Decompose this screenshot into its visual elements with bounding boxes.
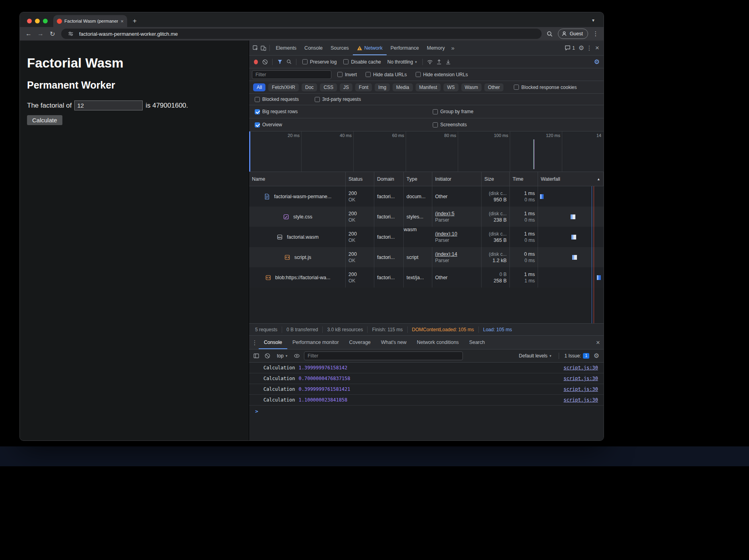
network-filter-input[interactable]	[252, 70, 331, 79]
site-settings-icon[interactable]	[66, 29, 75, 39]
calculate-button[interactable]: Calculate	[27, 115, 62, 125]
network-request-row[interactable]: script.js 200OK factori... script (index…	[249, 247, 604, 267]
initiator-link[interactable]: (index):5	[435, 211, 478, 216]
column-initiator[interactable]: Initiator	[432, 172, 482, 186]
column-type[interactable]: Type	[404, 172, 432, 186]
url-text[interactable]: factorial-wasm-permanent-worker.glitch.m…	[79, 31, 178, 37]
execution-context-select[interactable]: top ▾	[275, 353, 290, 359]
drawer-tab-console[interactable]: Console	[259, 336, 287, 349]
big-request-rows-checkbox[interactable]: Big request rows	[252, 109, 430, 114]
drawer-menu-icon[interactable]: ⋮	[251, 338, 259, 346]
overview-left-handle[interactable]	[249, 131, 250, 172]
column-waterfall[interactable]: Waterfall▲	[538, 172, 604, 186]
search-icon[interactable]	[285, 58, 293, 66]
hide-extension-urls-checkbox[interactable]: Hide extension URLs	[413, 72, 471, 77]
overview-checkbox[interactable]: Overview	[252, 122, 430, 127]
chip-other[interactable]: Other	[484, 83, 503, 91]
disable-cache-checkbox[interactable]: Disable cache	[341, 59, 383, 65]
initiator-link[interactable]: (index):14	[435, 251, 478, 257]
tab-performance[interactable]: Performance	[387, 41, 423, 55]
chip-fetch-xhr[interactable]: Fetch/XHR	[268, 83, 299, 91]
preserve-log-checkbox[interactable]: Preserve log	[300, 59, 339, 65]
blocked-response-cookies-checkbox[interactable]: Blocked response cookies	[511, 85, 579, 90]
clear-console-icon[interactable]	[263, 352, 271, 360]
column-size[interactable]: Size	[482, 172, 510, 186]
group-by-frame-checkbox[interactable]: Group by frame	[430, 109, 601, 114]
network-request-row[interactable]: WA factorial.wasm 200OK factori... wasm …	[249, 227, 604, 247]
column-status[interactable]: Status	[346, 172, 374, 186]
console-prompt[interactable]: >	[249, 406, 604, 417]
devtools-settings-icon[interactable]: ⚙	[577, 44, 585, 52]
tab-close-icon[interactable]: ×	[120, 19, 124, 24]
zoom-search-icon[interactable]	[545, 29, 555, 39]
invert-checkbox[interactable]: Invert	[335, 72, 360, 77]
tab-memory[interactable]: Memory	[423, 41, 449, 55]
chip-ws[interactable]: WS	[443, 83, 458, 91]
network-request-row[interactable]: blob:https://factorial-wa... 200OK facto…	[249, 267, 604, 288]
eye-icon[interactable]	[293, 352, 301, 360]
blocked-requests-checkbox[interactable]: Blocked requests	[252, 97, 302, 102]
message-source-link[interactable]: script.js:30	[563, 365, 598, 371]
column-name[interactable]: Name	[249, 172, 346, 186]
export-har-icon[interactable]	[444, 58, 452, 66]
message-source-link[interactable]: script.js:30	[563, 386, 598, 392]
column-time[interactable]: Time	[510, 172, 538, 186]
window-minimize-button[interactable]	[35, 19, 40, 23]
chip-img[interactable]: Img	[375, 83, 390, 91]
devtools-menu-icon[interactable]: ⋮	[585, 44, 593, 52]
screenshots-checkbox[interactable]: Screenshots	[430, 122, 601, 127]
third-party-requests-checkbox[interactable]: 3rd-party requests	[312, 97, 364, 102]
drawer-tab-coverage[interactable]: Coverage	[344, 336, 376, 349]
tab-network[interactable]: Network	[353, 41, 387, 55]
tab-elements[interactable]: Elements	[272, 41, 300, 55]
chip-js[interactable]: JS	[340, 83, 352, 91]
inspect-element-icon[interactable]	[252, 44, 259, 52]
throttling-select[interactable]: No throttling ▾	[385, 59, 419, 65]
forward-button[interactable]: →	[35, 29, 46, 39]
drawer-tab-performance-monitor[interactable]: Performance monitor	[287, 336, 344, 349]
back-button[interactable]: ←	[23, 29, 34, 39]
clear-network-log-button[interactable]	[261, 58, 269, 66]
import-har-icon[interactable]	[435, 58, 443, 66]
column-domain[interactable]: Domain	[374, 172, 404, 186]
browser-menu-button[interactable]: ⋮	[591, 30, 600, 37]
window-zoom-button[interactable]	[43, 19, 48, 23]
window-close-button[interactable]	[27, 19, 32, 23]
hide-data-urls-checkbox[interactable]: Hide data URLs	[363, 72, 410, 77]
tab-sources[interactable]: Sources	[327, 41, 353, 55]
chip-css[interactable]: CSS	[320, 83, 337, 91]
issues-counter[interactable]: 1 Issue: 1	[564, 353, 589, 359]
more-tabs-icon[interactable]: »	[449, 45, 457, 51]
console-sidebar-icon[interactable]	[252, 352, 260, 360]
record-button[interactable]	[252, 58, 260, 66]
chip-doc[interactable]: Doc	[302, 83, 317, 91]
message-source-link[interactable]: script.js:30	[563, 376, 598, 381]
device-toolbar-icon[interactable]	[259, 44, 267, 52]
browser-tab[interactable]: Factorial Wasm (permanent W ×	[53, 15, 127, 27]
console-empty-area[interactable]	[249, 417, 604, 440]
devtools-close-icon[interactable]: ×	[593, 44, 601, 52]
drawer-close-icon[interactable]: ×	[594, 338, 602, 346]
chip-font[interactable]: Font	[355, 83, 372, 91]
chip-media[interactable]: Media	[393, 83, 413, 91]
log-levels-select[interactable]: Default levels ▾	[517, 353, 554, 359]
filter-toggle-icon[interactable]	[276, 58, 284, 66]
tab-console[interactable]: Console	[300, 41, 327, 55]
network-overview-timeline[interactable]: 20 ms 40 ms 60 ms 80 ms 100 ms 120 ms 14	[249, 131, 604, 172]
drawer-tab-network-conditions[interactable]: Network conditions	[412, 336, 464, 349]
console-settings-icon[interactable]: ⚙	[592, 352, 600, 360]
drawer-tab-whats-new[interactable]: What's new	[376, 336, 412, 349]
address-bar[interactable]: factorial-wasm-permanent-worker.glitch.m…	[61, 29, 542, 39]
initiator-link[interactable]: (index):10	[435, 231, 478, 237]
issues-button[interactable]: 1	[562, 45, 577, 51]
tab-search-button[interactable]: ▾	[588, 15, 598, 25]
drawer-tab-search[interactable]: Search	[464, 336, 490, 349]
network-settings-icon[interactable]: ⚙	[593, 58, 601, 66]
message-source-link[interactable]: script.js:30	[563, 397, 598, 403]
chip-all[interactable]: All	[253, 83, 265, 91]
network-request-row[interactable]: factorial-wasm-permane... 200OK factori.…	[249, 186, 604, 207]
chip-manifest[interactable]: Manifest	[416, 83, 441, 91]
profile-button[interactable]: Guest	[558, 29, 588, 39]
chip-wasm[interactable]: Wasm	[461, 83, 482, 91]
network-request-row[interactable]: style.css 200OK factori... styles... (in…	[249, 207, 604, 227]
